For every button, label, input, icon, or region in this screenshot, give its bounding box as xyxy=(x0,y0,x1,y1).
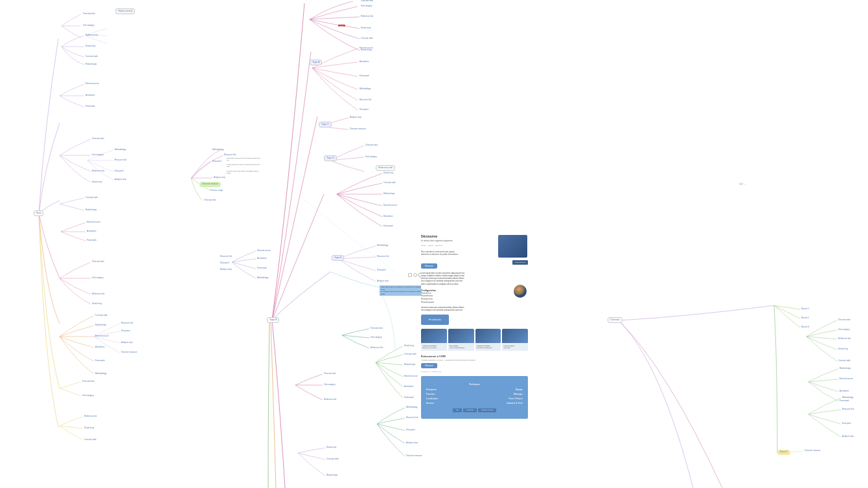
footer-btn[interactable]: Voir xyxy=(453,408,462,412)
discover-button[interactable]: Découvrir xyxy=(421,263,437,269)
root-node[interactable]: Root xyxy=(34,210,43,216)
leaf-node[interactable]: Detail entry xyxy=(361,27,371,30)
leaf-node[interactable]: Sub category xyxy=(324,384,336,386)
floating-box[interactable]: Thème central xyxy=(115,8,135,14)
leaf-node[interactable]: Concept node xyxy=(838,360,851,362)
leaf-node[interactable]: Branch 2 xyxy=(801,317,809,320)
leaf-node[interactable]: Detail entry xyxy=(92,303,102,305)
leaf-node[interactable]: Analysis step xyxy=(220,269,232,271)
leaf-node[interactable]: Annotation xyxy=(360,61,369,63)
leaf-node[interactable]: Sub category xyxy=(371,337,382,339)
leaf-node[interactable]: Detail entry xyxy=(86,45,95,48)
leaf-node[interactable]: Methodology xyxy=(360,88,371,91)
leaf-node[interactable]: Sub category xyxy=(92,154,104,157)
leaf-node[interactable]: Data point xyxy=(220,262,229,265)
leaf-node[interactable]: Related topic xyxy=(95,324,107,327)
hub-node[interactable]: Topic E xyxy=(332,255,344,261)
leaf-node[interactable]: Analysis step xyxy=(377,280,389,283)
content-panel[interactable]: Découvrez le réseau des agents inspirant… xyxy=(421,234,528,435)
leaf-node[interactable]: Resource link xyxy=(360,99,371,102)
leaf-node[interactable]: Sub category xyxy=(365,156,377,159)
leaf-node[interactable]: Reference link xyxy=(92,293,104,296)
leaf-node[interactable]: Concept node xyxy=(404,353,417,356)
leaf-node[interactable]: Framework xyxy=(257,267,267,270)
leaf-node[interactable]: Methodology xyxy=(115,149,126,151)
leaf-node[interactable]: Annotation xyxy=(95,346,104,349)
leaf-node[interactable]: Overview item xyxy=(365,144,378,147)
large-cta-button[interactable]: En savoir plus xyxy=(421,315,449,325)
leaf-node[interactable]: Data point xyxy=(842,423,851,425)
leaf-node[interactable]: External source xyxy=(839,378,853,381)
leaf-node[interactable]: Overview item xyxy=(82,381,95,383)
thumb-card[interactable]: Profil de moisConsulter xyxy=(502,329,528,351)
leaf-node[interactable]: Analysis step xyxy=(842,436,854,438)
leaf-node[interactable]: Overview item xyxy=(324,373,336,375)
highlight-node[interactable]: Branch 5 xyxy=(777,450,790,455)
leaf-node[interactable]: Framework xyxy=(87,239,97,242)
leaf-node[interactable]: Sub category xyxy=(92,277,104,280)
leaf-node[interactable]: Sub category xyxy=(361,5,372,8)
leaf-node[interactable]: Reference link xyxy=(84,416,97,418)
hub-node[interactable]: Topic D xyxy=(324,155,337,161)
leaf-node[interactable]: Sub category xyxy=(82,395,94,397)
leaf-node[interactable]: Resource link xyxy=(115,159,126,162)
leaf-node[interactable]: Outcome measure xyxy=(406,455,422,458)
leaf-node[interactable]: Data point xyxy=(406,429,415,432)
leaf-node[interactable]: Detail entry xyxy=(838,348,848,351)
leaf-node[interactable]: External source xyxy=(87,221,100,224)
leaf-node[interactable]: External source xyxy=(257,250,271,252)
leaf-node[interactable]: Overview item xyxy=(204,199,216,202)
leaf-node[interactable]: Analysis step xyxy=(350,116,361,119)
hub-node[interactable]: Topic A xyxy=(310,60,322,65)
thumb-card[interactable]: Agents du réseauRejoindre maintenant xyxy=(475,329,501,351)
leaf-node[interactable]: Methodology xyxy=(406,406,417,409)
leaf-node[interactable]: Overview item xyxy=(83,13,95,16)
leaf-node[interactable]: Detail entry xyxy=(92,181,102,184)
leaf-node[interactable]: Overview item xyxy=(838,319,851,322)
leaf-node[interactable]: Concept node xyxy=(383,182,396,184)
leaf-node[interactable]: External source xyxy=(383,205,397,207)
leaf-node[interactable]: Reference link xyxy=(838,338,851,340)
leaf-node[interactable]: Overview item xyxy=(92,261,104,263)
leaf-node[interactable]: Methodology xyxy=(842,397,853,399)
leaf-node[interactable]: Reference link xyxy=(324,399,336,401)
leaf-node[interactable]: Annotation xyxy=(839,390,849,393)
leaf-node[interactable]: Related topic xyxy=(383,193,395,195)
footer-btn[interactable]: Contacter xyxy=(463,408,477,412)
leaf-node[interactable]: Framework xyxy=(383,225,393,228)
leaf-node[interactable]: Analysis step xyxy=(121,342,133,344)
leaf-node[interactable]: Framework xyxy=(360,75,369,78)
leaf-node[interactable]: External source xyxy=(360,47,373,50)
footer-btn[interactable]: Partager le profil xyxy=(478,408,496,412)
thumb-card[interactable]: Être inspiréVoir les témoignages xyxy=(448,329,474,351)
leaf-node[interactable]: Outcome measure xyxy=(805,450,821,452)
leaf-node[interactable]: Reference link xyxy=(92,170,104,173)
leaf-node[interactable]: Overview item xyxy=(361,0,373,3)
leaf-node[interactable]: Analysis step xyxy=(406,442,418,445)
leaf-node[interactable]: Analysis step xyxy=(115,179,126,181)
leaf-node[interactable]: Framework xyxy=(404,397,414,399)
leaf-node[interactable]: Outcome measure xyxy=(350,128,366,131)
leaf-node[interactable]: Methodology xyxy=(257,277,268,280)
leaf-node[interactable]: Framework xyxy=(86,105,95,108)
leaf-node[interactable]: Related topic xyxy=(404,364,416,366)
leaf-node[interactable]: Concept node xyxy=(361,38,373,40)
leaf-node[interactable]: Detail entry xyxy=(404,345,414,348)
leaf-node[interactable]: Process stage xyxy=(211,190,223,192)
leaf-node[interactable]: Analysis step xyxy=(214,177,225,179)
isolated-note[interactable]: note xyxy=(738,183,744,184)
leaf-node[interactable]: Annotation xyxy=(257,258,266,260)
leaf-node[interactable]: Data point xyxy=(115,170,124,173)
leaf-node[interactable]: Resource link xyxy=(224,154,236,157)
leaf-node[interactable]: Annotation xyxy=(87,230,96,233)
leaf-node[interactable]: Methodology xyxy=(377,245,388,247)
leaf-node[interactable]: Annotation xyxy=(404,386,413,388)
leaf-node[interactable]: Reference link xyxy=(86,34,98,37)
leaf-node[interactable]: External source xyxy=(95,335,109,338)
leaf-node[interactable]: Framework xyxy=(95,360,105,362)
center-root-node[interactable]: Topic B xyxy=(267,317,279,323)
leaf-node[interactable]: Reference link xyxy=(361,16,373,18)
leaf-node[interactable]: Related topic xyxy=(839,368,851,370)
leaf-node[interactable]: Resource link xyxy=(377,256,389,258)
hub-node[interactable]: Topic C xyxy=(319,122,332,128)
